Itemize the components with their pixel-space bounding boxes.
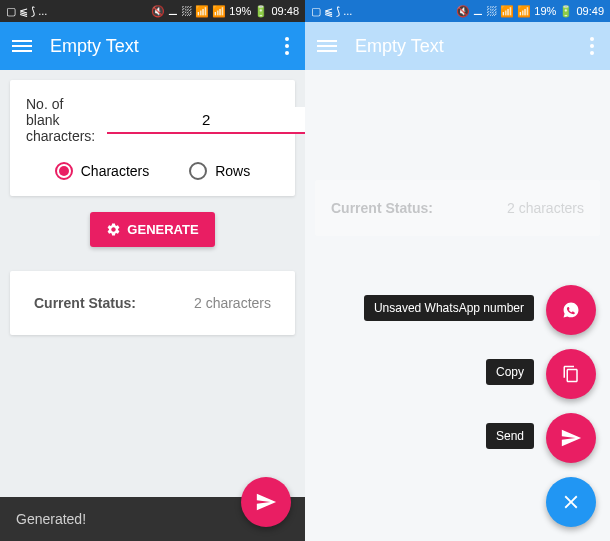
menu-icon[interactable]	[317, 37, 337, 55]
menu-icon[interactable]	[12, 37, 32, 55]
status-left: ▢ ⫹ ⟆ ...	[6, 5, 47, 18]
whatsapp-fab[interactable]	[546, 285, 596, 335]
blank-count-input[interactable]	[107, 107, 305, 134]
status-right: 🔇 ⚊ ⛆ 📶 📶 19% 🔋 09:49	[456, 5, 604, 18]
status-value: 2 characters	[507, 200, 584, 216]
screen-main: ▢ ⫹ ⟆ ... 🔇 ⚊ ⛆ 📶 📶 19% 🔋 09:48 Empty Te…	[0, 0, 305, 541]
radio-characters[interactable]: Characters	[55, 162, 149, 180]
overflow-icon[interactable]	[586, 33, 598, 59]
close-fab[interactable]	[546, 477, 596, 527]
status-bar: ▢ ⫹ ⟆ ... 🔇 ⚊ ⛆ 📶 📶 19% 🔋 09:49	[305, 0, 610, 22]
app-bar: Empty Text	[0, 22, 305, 70]
screen-fab-expanded: ▢ ⫹ ⟆ ... 🔇 ⚊ ⛆ 📶 📶 19% 🔋 09:49 Empty Te…	[305, 0, 610, 541]
fab-label-send: Send	[486, 423, 534, 449]
copy-icon	[562, 365, 580, 383]
radio-label: Rows	[215, 163, 250, 179]
gear-icon	[106, 222, 121, 237]
copy-fab[interactable]	[546, 349, 596, 399]
generate-label: GENERATE	[127, 222, 198, 237]
send-icon	[255, 491, 277, 513]
send-fab[interactable]	[546, 413, 596, 463]
status-label: Current Status:	[331, 200, 433, 216]
radio-rows[interactable]: Rows	[189, 162, 250, 180]
status-card: Current Status: 2 characters	[10, 271, 295, 335]
app-bar: Empty Text	[305, 22, 610, 70]
whatsapp-icon	[562, 301, 580, 319]
app-title: Empty Text	[50, 36, 281, 57]
status-right: 🔇 ⚊ ⛆ 📶 📶 19% 🔋 09:48	[151, 5, 299, 18]
status-left: ▢ ⫹ ⟆ ...	[311, 5, 352, 18]
input-card: No. of blank characters: Characters Rows	[10, 80, 295, 196]
status-label: Current Status:	[34, 295, 136, 311]
close-icon	[560, 491, 582, 513]
fab-label-copy: Copy	[486, 359, 534, 385]
radio-icon	[55, 162, 73, 180]
send-icon	[560, 427, 582, 449]
overflow-icon[interactable]	[281, 33, 293, 59]
status-bar: ▢ ⫹ ⟆ ... 🔇 ⚊ ⛆ 📶 📶 19% 🔋 09:48	[0, 0, 305, 22]
radio-icon	[189, 162, 207, 180]
generate-button[interactable]: GENERATE	[90, 212, 214, 247]
app-title: Empty Text	[355, 36, 586, 57]
radio-label: Characters	[81, 163, 149, 179]
snackbar-text: Generated!	[16, 511, 86, 527]
send-fab[interactable]	[241, 477, 291, 527]
input-label: No. of blank characters:	[26, 96, 95, 144]
fab-label-whatsapp: Unsaved WhatsApp number	[364, 295, 534, 321]
status-value: 2 characters	[194, 295, 271, 311]
status-card-faded: Current Status: 2 characters	[315, 180, 600, 236]
